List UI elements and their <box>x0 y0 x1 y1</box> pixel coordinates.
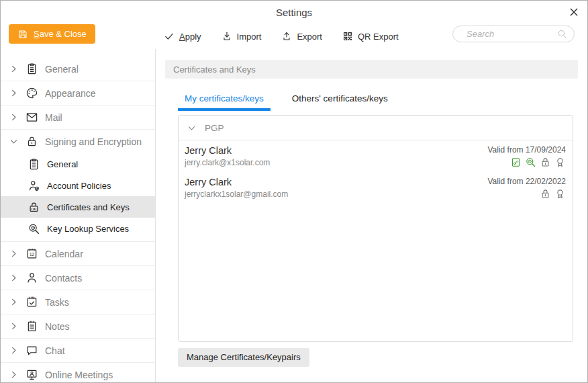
titlebar: Settings <box>1 1 587 24</box>
certificate-ribbon-icon <box>554 188 566 200</box>
sidebar-item-calendar[interactable]: Calendar <box>1 242 155 265</box>
search-icon[interactable] <box>557 29 567 39</box>
certificate-ribbon-icon <box>554 157 566 168</box>
qr-export-label: QR Export <box>358 32 399 42</box>
envelope-icon <box>26 111 38 124</box>
sidebar-item-label: Contacts <box>45 273 82 284</box>
certificate-identity: Jerry Clark jerryclarkx1solar@gmail.com <box>185 177 288 199</box>
import-button[interactable]: Import <box>222 31 262 42</box>
lock-icon <box>540 188 551 200</box>
sidebar-subitem-label: Account Policies <box>47 181 111 191</box>
pgp-section-label: PGP <box>205 123 224 133</box>
sidebar-item-notes[interactable]: Notes <box>1 314 155 338</box>
qr-export-button[interactable]: QR Export <box>342 31 399 42</box>
sidebar-item-mail[interactable]: Mail <box>1 105 155 129</box>
tab-others-certificates[interactable]: Others' certificates/keys <box>285 93 395 111</box>
export-label: Export <box>297 32 322 42</box>
arrow-down-tray-icon <box>222 31 232 42</box>
settings-sidebar: General Appearance Mail <box>1 49 156 383</box>
clipboard-icon <box>26 62 38 75</box>
save-close-button[interactable]: Save & Close <box>9 24 95 44</box>
person-icon <box>26 271 38 284</box>
apply-label: Apply <box>179 32 201 42</box>
sidebar-item-tasks[interactable]: Tasks <box>1 290 155 314</box>
chevron-right-icon <box>9 298 18 306</box>
sidebar-item-contacts[interactable]: Contacts <box>1 266 155 290</box>
chat-bubble-icon <box>26 344 38 357</box>
toolbar: Save & Close Apply Import Export QR Expo… <box>1 24 587 49</box>
check-icon <box>164 31 175 42</box>
notepad-icon <box>26 320 38 333</box>
certificate-name: Jerry Clark <box>185 145 270 156</box>
import-label: Import <box>237 32 262 42</box>
monitor-person-icon <box>26 368 38 381</box>
sidebar-item-account-policies[interactable]: Account Policies <box>1 175 155 196</box>
key-lookup-icon <box>525 157 536 168</box>
page-title: Certificates and Keys <box>165 60 578 79</box>
close-icon[interactable] <box>569 7 579 17</box>
sidebar-item-chat[interactable]: Chat <box>1 339 155 362</box>
certificate-status-icons <box>487 157 566 168</box>
calendar-icon <box>26 247 38 260</box>
sidebar-item-label: Notes <box>45 321 70 332</box>
palette-icon <box>26 87 38 99</box>
sidebar-subitem-label: Key Lookup Services <box>47 224 129 234</box>
chevron-right-icon <box>9 370 18 379</box>
sidebar-item-signing-general[interactable]: General <box>1 153 155 175</box>
certificate-row[interactable]: Jerry Clark jerryclarkx1solar@gmail.com … <box>185 177 566 200</box>
certificates-list-panel: PGP Jerry Clark jerry.clark@x1solar.com … <box>178 115 573 342</box>
floppy-icon <box>17 29 28 40</box>
certificates-tabs: My certificates/keys Others' certificate… <box>178 93 578 111</box>
tab-my-certificates[interactable]: My certificates/keys <box>178 93 271 111</box>
pgp-section-header[interactable]: PGP <box>179 116 573 140</box>
sidebar-item-label: Tasks <box>45 297 69 308</box>
valid-from-label: Valid from 17/09/2024 <box>487 145 566 155</box>
lock-icon <box>26 135 38 148</box>
arrow-up-tray-icon <box>281 31 292 42</box>
sidebar-item-label: General <box>45 64 79 75</box>
save-close-label: Save & Close <box>34 29 87 39</box>
certificate-row[interactable]: Jerry Clark jerry.clark@x1solar.com Vali… <box>185 145 566 168</box>
sidebar-item-key-lookup-services[interactable]: Key Lookup Services <box>1 218 155 239</box>
sidebar-item-label: Signing and Encryption <box>45 136 142 147</box>
certificate-status-icons <box>487 188 566 200</box>
lock-icon <box>540 157 551 168</box>
certificate-name: Jerry Clark <box>185 177 288 187</box>
chevron-right-icon <box>9 249 18 258</box>
sidebar-item-certificates-and-keys[interactable]: Certificates and Keys <box>1 196 155 218</box>
sidebar-item-label: Calendar <box>45 249 83 259</box>
certificate-status: Valid from 22/02/2022 <box>487 177 566 200</box>
sidebar-item-general[interactable]: General <box>1 57 155 81</box>
sidebar-subitem-label: Certificates and Keys <box>47 202 130 212</box>
search-input[interactable] <box>467 29 557 39</box>
clipboard-icon <box>28 158 40 171</box>
chevron-right-icon <box>9 89 18 97</box>
chevron-down-icon <box>9 137 18 146</box>
search-box[interactable] <box>452 26 575 42</box>
contact-key-icon <box>510 157 522 168</box>
window-title: Settings <box>1 1 587 18</box>
sidebar-item-label: Chat <box>45 345 65 356</box>
certificate-email: jerryclarkx1solar@gmail.com <box>185 189 288 199</box>
manage-certificates-button[interactable]: Manage Certificates/Keypairs <box>178 348 309 367</box>
certificate-entries: Jerry Clark jerry.clark@x1solar.com Vali… <box>179 140 573 200</box>
sidebar-item-label: Appearance <box>45 88 96 99</box>
sidebar-item-label: Mail <box>45 112 62 123</box>
toolbar-actions: Apply Import Export QR Export <box>164 24 399 49</box>
qr-code-icon <box>342 31 353 42</box>
valid-from-label: Valid from 22/02/2022 <box>487 177 566 186</box>
sidebar-item-appearance[interactable]: Appearance <box>1 81 155 105</box>
chevron-down-icon <box>187 124 196 132</box>
sidebar-subitem-label: General <box>47 159 78 169</box>
export-button[interactable]: Export <box>281 31 322 42</box>
sidebar-item-label: Online Meetings <box>45 370 113 380</box>
chevron-right-icon <box>9 322 18 331</box>
sidebar-item-online-meetings[interactable]: Online Meetings <box>1 363 155 383</box>
sidebar-item-signing-and-encryption[interactable]: Signing and Encryption <box>1 130 155 153</box>
chevron-right-icon <box>9 273 18 282</box>
cipher-lock-icon <box>28 201 40 214</box>
signing-encryption-subitems: General Account Policies Certificates an… <box>1 153 155 241</box>
chevron-right-icon <box>9 65 18 73</box>
key-lookup-icon <box>28 222 40 235</box>
apply-button[interactable]: Apply <box>164 31 201 42</box>
